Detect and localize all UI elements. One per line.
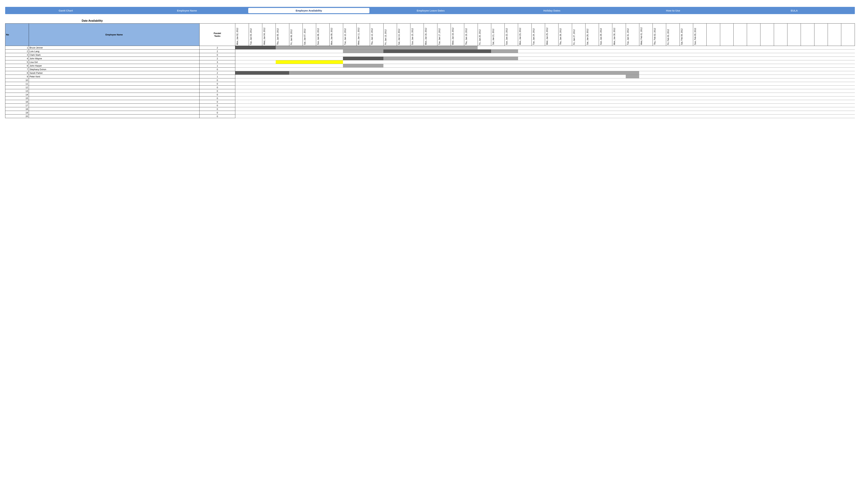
gantt-cell (558, 57, 572, 60)
gantt-cell (572, 82, 585, 86)
nav-tab-employee-name[interactable]: Employee Name (126, 8, 248, 14)
gantt-cell (316, 68, 330, 71)
gantt-cell (720, 78, 733, 82)
gantt-cell (801, 57, 814, 60)
gantt-cell (828, 75, 841, 78)
gantt-cell (303, 64, 316, 68)
gantt-cell (693, 89, 706, 93)
gantt-cell (612, 97, 626, 100)
gantt-cell (599, 89, 612, 93)
gantt-cell (518, 100, 531, 104)
cell-employee-name (29, 115, 200, 118)
gantt-cell (478, 93, 491, 97)
gantt-cell (411, 64, 424, 68)
gantt-cell (276, 78, 289, 82)
nav-tab-employee-availability[interactable]: Employee Availability (248, 8, 370, 13)
gantt-cell (262, 53, 276, 57)
nav-tab-eula[interactable]: EULA (734, 8, 855, 14)
gantt-cell (599, 111, 612, 115)
header-date-col: Sat, Feb 04, 2012 (679, 24, 693, 46)
gantt-cell (599, 97, 612, 100)
cell-no: 3 (5, 53, 29, 57)
gantt-cell (249, 46, 262, 49)
gantt-cell (289, 97, 303, 100)
gantt-cell (411, 111, 424, 115)
header-date-col: Mon, Jan 16, 2012 (424, 24, 437, 46)
cell-no: 13 (5, 89, 29, 93)
nav-tab-employee-leave-dates[interactable]: Employee Leave Dates (370, 8, 491, 14)
gantt-cell (706, 111, 720, 115)
gantt-cell (424, 68, 437, 71)
gantt-cell (720, 89, 733, 93)
gantt-cell (545, 111, 558, 115)
gantt-cell (330, 78, 343, 82)
header-date-col: Wed, Jan 04, 2012 (262, 24, 276, 46)
header-date-col: Sun, Jan 29, 2012 (599, 24, 612, 46)
date-label: Fri, Jan 06, 2012 (290, 24, 292, 45)
gantt-cell (289, 75, 303, 78)
nav-tab-gantt-chart[interactable]: Gantt Chart (5, 8, 126, 14)
gantt-cell (733, 49, 747, 53)
gantt-cell (747, 64, 760, 68)
gantt-cell (370, 78, 383, 82)
gantt-cell (814, 68, 828, 71)
gantt-cell (787, 46, 801, 49)
gantt-cell (639, 111, 653, 115)
gantt-cell (464, 93, 478, 97)
gantt-cell (828, 93, 841, 97)
nav-tab-how-to-use[interactable]: How to Use (613, 8, 734, 14)
gantt-cell (787, 57, 801, 60)
gantt-cell (706, 46, 720, 49)
gantt-cell (626, 68, 639, 71)
gantt-cell (450, 64, 464, 68)
gantt-cell (666, 75, 679, 78)
gantt-cell (289, 93, 303, 97)
gantt-cell (841, 57, 855, 60)
gantt-cell (518, 53, 531, 57)
nav-tab-holiday-dates[interactable]: Holiday Dates (491, 8, 613, 14)
gantt-cell (249, 64, 262, 68)
gantt-cell (397, 49, 410, 53)
gantt-cell (666, 71, 679, 75)
gantt-cell (303, 78, 316, 82)
gantt-cell (787, 86, 801, 89)
gantt-cell (626, 104, 639, 107)
gantt-cell (343, 75, 356, 78)
gantt-cell (626, 49, 639, 53)
gantt-cell (639, 82, 653, 86)
gantt-cell (531, 49, 545, 53)
gantt-cell (330, 53, 343, 57)
gantt-cell (828, 60, 841, 64)
gantt-cell (383, 71, 397, 75)
cell-paralel-tasks: 1 (199, 64, 235, 68)
gantt-cell (626, 57, 639, 60)
gantt-cell (693, 57, 706, 60)
gantt-cell (626, 86, 639, 89)
gantt-cell (693, 68, 706, 71)
gantt-cell (357, 57, 370, 60)
gantt-cell (572, 71, 585, 75)
gantt-cell (397, 60, 410, 64)
gantt-cell (841, 71, 855, 75)
gantt-cell (747, 60, 760, 64)
gantt-cell (518, 89, 531, 93)
gantt-cell (828, 46, 841, 49)
gantt-cell (558, 46, 572, 49)
cell-no: 19 (5, 111, 29, 115)
gantt-cell (747, 78, 760, 82)
gantt-cell (760, 97, 774, 100)
gantt-cell (653, 57, 666, 60)
date-label: Fri, Feb 03, 2012 (667, 24, 670, 45)
cell-employee-name (29, 111, 200, 115)
header-blank-col (720, 24, 733, 46)
gantt-cell (612, 75, 626, 78)
gantt-cell (289, 89, 303, 93)
gantt-cell (397, 93, 410, 97)
gantt-cell (262, 64, 276, 68)
gantt-cell (357, 89, 370, 93)
gantt-cell (653, 71, 666, 75)
gantt-cell (733, 75, 747, 78)
gantt-cell (814, 57, 828, 60)
gantt-cell (491, 97, 504, 100)
gantt-cell (679, 60, 693, 64)
